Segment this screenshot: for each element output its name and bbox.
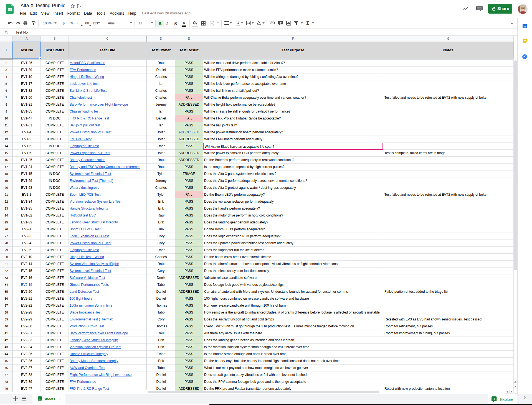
svg-text:1: 1: [39, 397, 41, 400]
svg-text:31: 31: [523, 25, 526, 28]
